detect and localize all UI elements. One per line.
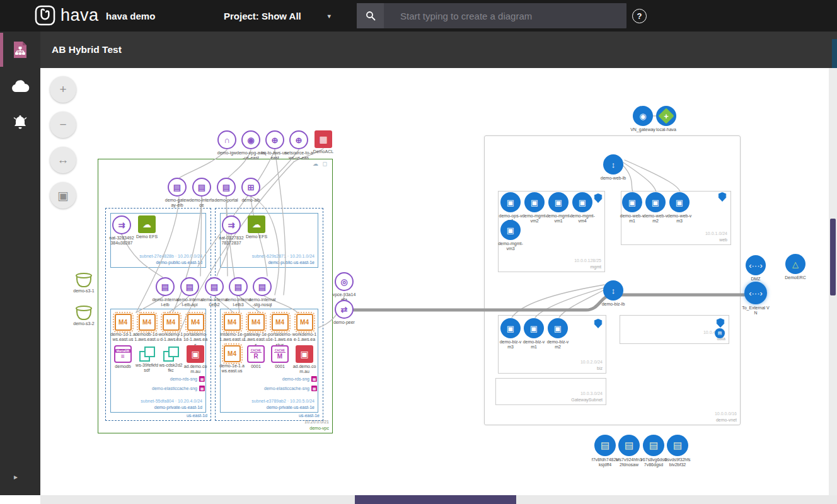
node-ad-demo-1d[interactable]: ▣ad.demo.com.au: [183, 345, 208, 375]
node-demo-web-vm2[interactable]: ▣demo-web-vm2: [643, 192, 668, 224]
node-gateway-1e-1[interactable]: M4gateway-1e-1.aws.east.us: [243, 314, 268, 348]
node-demo-biz-lb[interactable]: ↕demo-biz-lb: [600, 280, 626, 307]
node-storage-1-icon: ▤: [594, 435, 616, 456]
sidebar-expand-button[interactable]: ▸: [14, 472, 18, 481]
node-demo-web-vm3[interactable]: ▣demo-web-vm3: [667, 192, 692, 224]
group-gateway-subnet[interactable]: 10.0.3.0/24GatewaySubnet: [495, 378, 606, 405]
node-local-hava-icon: +: [656, 106, 676, 126]
node-demo-mgmt-vm1[interactable]: ▣demo-mgmt-vm1: [546, 192, 571, 224]
node-portaldemo-1e-1[interactable]: M4portaldemo-1e-1.aws.eastus: [267, 314, 292, 348]
node-demodb-icon: MariaDB≡: [114, 345, 132, 363]
tag-demo-elasticcache-sng-1e[interactable]: demo-elasticcache-sng▦: [264, 386, 317, 391]
tag-demo-rds-sng-1d[interactable]: demo-rds-sng▦: [170, 376, 205, 382]
node-demo-efs-1e[interactable]: ☁Demo EFS: [242, 215, 271, 239]
node-demo-internal-elb3[interactable]: ▤demo-internal-elb3: [225, 277, 251, 308]
sidebar-item-alerts[interactable]: [0, 105, 40, 141]
node-ws-cdsk2d2fkc[interactable]: ws-cdsk2d2 fkc: [158, 345, 183, 374]
node-demo-internal-stg-nosql[interactable]: ▤demo-internal-stg-nosql: [248, 277, 276, 308]
sidebar-item-environments[interactable]: [0, 68, 40, 105]
node-demo-peer[interactable]: ⇄demo-peer: [330, 300, 359, 325]
app-logo[interactable]: hava: [35, 5, 99, 26]
node-demo-gateway-elb[interactable]: ▤demo-gateway-elb: [164, 178, 190, 209]
node-demo-internal-elb-api[interactable]: ▤demo-internal-elb-api: [176, 277, 203, 308]
node-ws-cdsk2d2fkc-icon: [163, 345, 179, 362]
chevron-right-icon: ▸: [14, 472, 18, 481]
tag-demo-elasticcache-sng-1d[interactable]: demo-elasticcache-sng▦: [152, 386, 205, 391]
node-demodb[interactable]: MariaDB≡demodb: [111, 345, 135, 369]
node-demo-biz-vm3[interactable]: ▣demo-biz-vm3: [499, 318, 522, 350]
node-data-item[interactable]: ▤: [715, 328, 725, 338]
node-portaldemo-1d-1[interactable]: M4portaldemo-1d-1.aws.eas: [183, 314, 208, 348]
fit-view-button[interactable]: ↔: [50, 147, 76, 173]
node-demo-mgmt-vm4[interactable]: ▣demo-mgmt-vm4: [570, 192, 595, 224]
node-demo-biz-vm1[interactable]: ▣demo-biz-vm1: [522, 318, 546, 350]
node-demo-mgmt-vm3[interactable]: ▣demo-mgmt-vm3: [498, 220, 523, 252]
shield-data[interactable]: [717, 318, 725, 328]
search-button[interactable]: [357, 3, 384, 28]
node-demo-s3-1-icon: [76, 274, 91, 287]
node-dmz[interactable]: ‹···›DMZ: [741, 255, 770, 282]
node-local-hava[interactable]: +local-hava: [652, 106, 681, 132]
sidebar-item-diagrams[interactable]: [0, 32, 40, 68]
node-workdemo-1e-1[interactable]: M4workdemo-1e-1.aws.ea: [292, 314, 317, 343]
node-demo-alb[interactable]: ⊞demo-alb: [236, 178, 265, 203]
canvas[interactable]: 10.20.0.0/21demo-vpc☁ ◻us-east-1dus-east…: [0, 0, 837, 504]
help-button[interactable]: ?: [632, 9, 647, 23]
node-demodb-1d-1[interactable]: M4demodb-1d-1.aws.east.u: [134, 314, 159, 343]
tag-demo-rds-sng-1e[interactable]: demo-rds-sng▦: [282, 376, 317, 382]
node-demo-web-vm1[interactable]: ▣demo-web-vm1: [620, 192, 645, 224]
h-scrollbar[interactable]: [40, 495, 837, 504]
group-label: subnet-e3789ab2 · 10.20.5.0/24demo-priva…: [251, 398, 315, 410]
node-demo-web-lb[interactable]: ↕demo-web-lb: [600, 154, 626, 181]
node-ws-cdsk2d2fkc-label: ws-cdsk2d2 fkc: [158, 363, 183, 374]
node-nat-1d[interactable]: ⇉nat-3283492384u38287: [109, 215, 134, 246]
node-storage-2-label: vfs7v924hfn32fdnosaw: [615, 457, 643, 468]
node-vpce-93a14efa[interactable]: ◎vpce-93a14efa: [332, 272, 357, 303]
node-storage-4[interactable]: ▤dsvds9f32hfsbiv2bf32: [664, 435, 691, 468]
node-demo-s3-2[interactable]: demo-s3-2: [69, 307, 98, 326]
node-demo-internal-stg-nosql-icon: ▤: [253, 277, 272, 296]
v-scroll-thumb[interactable]: [830, 219, 836, 295]
node-demo-internal-elb-api-icon: ▤: [180, 277, 199, 296]
h-scroll-thumb[interactable]: [355, 495, 516, 504]
node-nat-1e[interactable]: ⇉nat-032783278372837: [219, 215, 244, 246]
node-intdemo-1e-1[interactable]: M4intdemo-1e-1.aws.east.u: [219, 314, 245, 343]
node-workdemo-1d-1[interactable]: M4workdemo-1d-1.aws.ea: [158, 314, 183, 343]
project-selector[interactable]: Project: Show All ▾: [224, 0, 331, 32]
node-cache-m[interactable]: CACHEM0001: [265, 345, 294, 369]
node-demoacl[interactable]: ▦DemoACL: [309, 130, 338, 154]
node-demo-efs-1d[interactable]: ☁Demo EFS: [132, 215, 161, 239]
project-label: Project: Show All: [224, 11, 301, 21]
group-subnet-data[interactable]: 10.0.4.0/24data: [620, 315, 729, 344]
node-demo-gateway-elb-label: demo-gateway-elb: [164, 198, 190, 209]
v-scrollbar[interactable]: [829, 68, 837, 495]
node-demo-internal-stg-nosql-label: demo-internal-stg-nosql: [248, 297, 276, 308]
node-demo-internal-elb2[interactable]: ▤demo-internal-elb2: [201, 277, 228, 308]
node-demo-1d-1[interactable]: M4demo-1d-1.aws.east.us: [110, 314, 136, 343]
shield-biz[interactable]: [594, 319, 603, 328]
node-demo-s3-1[interactable]: demo-s3-1: [69, 274, 98, 294]
node-demo-1e-1[interactable]: M4demo-1e-1.aws.east.us: [219, 345, 245, 374]
node-cache-m-label: 0001: [265, 364, 294, 369]
zoom-in-button[interactable]: +: [50, 76, 76, 103]
node-demo-web-vm3-icon: ▣: [669, 192, 690, 212]
reset-view-button[interactable]: ▣: [50, 182, 76, 209]
node-demo-biz-vm2[interactable]: ▣demo-biz-vm2: [546, 318, 570, 350]
node-demo-interface[interactable]: ▤demo-interface: [188, 178, 215, 209]
node-demo-internal-elb[interactable]: ▤demo-internal-elb: [152, 277, 178, 308]
node-storage-2[interactable]: ▤vfs7v924hfn32fdnosaw: [615, 435, 643, 468]
node-demo-alb-icon: ⊞: [241, 178, 260, 197]
node-ws-39fefkfdsdf[interactable]: ws-39fefkfd sdf: [134, 345, 159, 374]
right-panel-tab[interactable]: [832, 39, 837, 68]
search-input[interactable]: [384, 3, 626, 28]
node-demo-1e-1-icon: M4: [224, 345, 241, 362]
node-ad-demo-1e[interactable]: ▣ad.demo.com.au: [292, 345, 317, 375]
node-to-external-vn[interactable]: ‹···›To_External VN: [742, 282, 770, 316]
zoom-out-button[interactable]: −: [50, 112, 76, 138]
group-label: 10.0.2.0/24biz: [580, 359, 603, 371]
shield-web[interactable]: [719, 192, 727, 202]
node-demo-mgmt-vm2[interactable]: ▣demo-mgmt-vm2: [522, 192, 547, 224]
node-demoerc[interactable]: △DemoERC: [781, 254, 810, 280]
node-demo-internal-elb-label: demo-internal-elb: [152, 297, 178, 308]
shield-mgmt[interactable]: [594, 193, 603, 203]
